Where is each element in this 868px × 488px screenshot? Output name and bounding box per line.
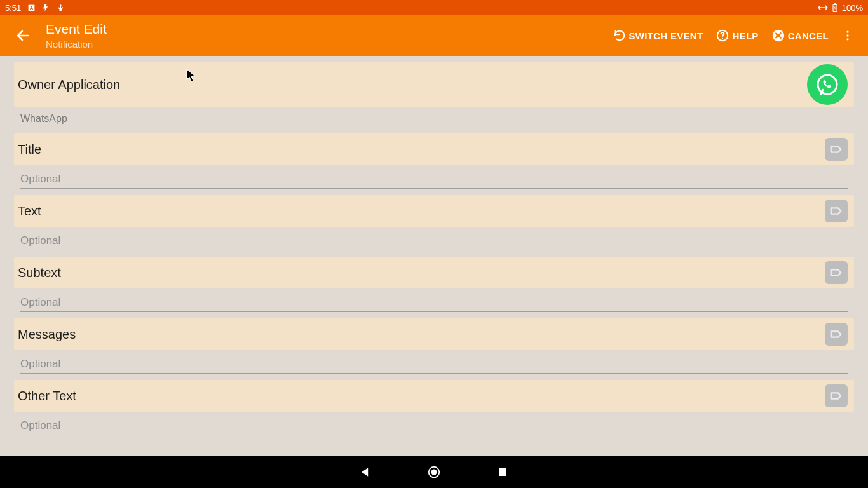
cancel-button[interactable]: CANCEL: [768, 25, 832, 46]
owner-application-icon-button[interactable]: [807, 64, 848, 105]
expand-icon: [818, 4, 828, 11]
title-header: Title: [14, 133, 854, 165]
messages-header: Messages: [14, 318, 854, 350]
circle-home-icon: [427, 465, 441, 479]
refresh-icon: [613, 29, 627, 43]
text-label: Text: [18, 204, 41, 219]
section-owner-application: Owner Application WhatsApp: [14, 62, 854, 128]
usb-icon: [57, 4, 65, 12]
text-input[interactable]: [20, 231, 848, 250]
label-icon: [829, 142, 843, 156]
owner-application-label: Owner Application: [18, 78, 120, 92]
triangle-back-icon: [359, 466, 372, 478]
text-tag-button[interactable]: [825, 200, 848, 222]
svg-point-12: [431, 469, 437, 475]
section-text: Text: [14, 195, 854, 252]
nav-recent-button[interactable]: [494, 463, 512, 481]
label-icon: [829, 327, 843, 341]
subtext-input[interactable]: [20, 292, 848, 312]
section-subtext: Subtext: [14, 257, 854, 313]
switch-event-button[interactable]: SWITCH EVENT: [609, 25, 707, 46]
messages-label: Messages: [18, 327, 76, 342]
other-text-header: Other Text: [14, 380, 854, 412]
messages-input[interactable]: [20, 354, 848, 374]
system-nav-bar: [0, 456, 868, 488]
square-recent-icon: [497, 466, 508, 478]
label-icon: [829, 204, 843, 218]
cancel-icon: [771, 29, 785, 43]
svg-rect-13: [499, 468, 506, 476]
status-time: 5:51: [5, 3, 21, 13]
more-vert-icon: [841, 29, 854, 42]
help-label: HELP: [732, 30, 758, 41]
cancel-label: CANCEL: [788, 30, 829, 41]
title-input[interactable]: [20, 169, 848, 189]
subtext-header: Subtext: [14, 257, 854, 288]
owner-application-value: WhatsApp: [14, 107, 854, 128]
back-button[interactable]: [10, 23, 36, 48]
svg-point-9: [846, 38, 848, 40]
svg-point-8: [846, 34, 848, 36]
other-text-label: Other Text: [18, 389, 76, 403]
title-label: Title: [18, 142, 41, 157]
help-button[interactable]: HELP: [712, 25, 762, 46]
title-wrap: Event Edit Notification: [46, 21, 107, 50]
svg-text:A: A: [30, 5, 34, 11]
page-title: Event Edit: [46, 21, 107, 37]
help-icon: [715, 29, 729, 43]
subtext-tag-button[interactable]: [825, 261, 848, 284]
title-tag-button[interactable]: [825, 138, 848, 161]
svg-point-5: [722, 38, 724, 39]
owner-application-header: Owner Application: [14, 62, 854, 107]
section-messages: Messages: [14, 318, 854, 375]
page-subtitle: Notification: [46, 39, 107, 50]
svg-point-7: [846, 31, 848, 33]
section-other-text: Other Text: [14, 380, 854, 437]
other-text-input[interactable]: [20, 416, 848, 435]
label-icon: [829, 266, 843, 280]
subtext-label: Subtext: [18, 266, 61, 280]
battery-percent: 100%: [842, 3, 863, 13]
lightning-icon: [42, 4, 50, 12]
svg-rect-3: [834, 3, 836, 4]
battery-icon: [832, 3, 838, 13]
svg-point-10: [818, 75, 837, 94]
status-bar: 5:51 A 100%: [0, 0, 868, 15]
text-header: Text: [14, 195, 854, 227]
other-text-tag-button[interactable]: [825, 384, 848, 407]
app-indicator-icon: A: [27, 4, 36, 12]
overflow-menu-button[interactable]: [837, 29, 858, 42]
whatsapp-icon: [815, 72, 840, 97]
section-title: Title: [14, 133, 854, 190]
label-icon: [829, 389, 843, 403]
content-area: Owner Application WhatsApp Title: [0, 56, 868, 456]
nav-back-button[interactable]: [356, 463, 374, 481]
switch-event-label: SWITCH EVENT: [629, 30, 703, 41]
nav-home-button[interactable]: [425, 463, 443, 481]
app-bar: Event Edit Notification SWITCH EVENT HEL…: [0, 15, 868, 56]
arrow-left-icon: [15, 28, 31, 43]
messages-tag-button[interactable]: [825, 323, 848, 346]
